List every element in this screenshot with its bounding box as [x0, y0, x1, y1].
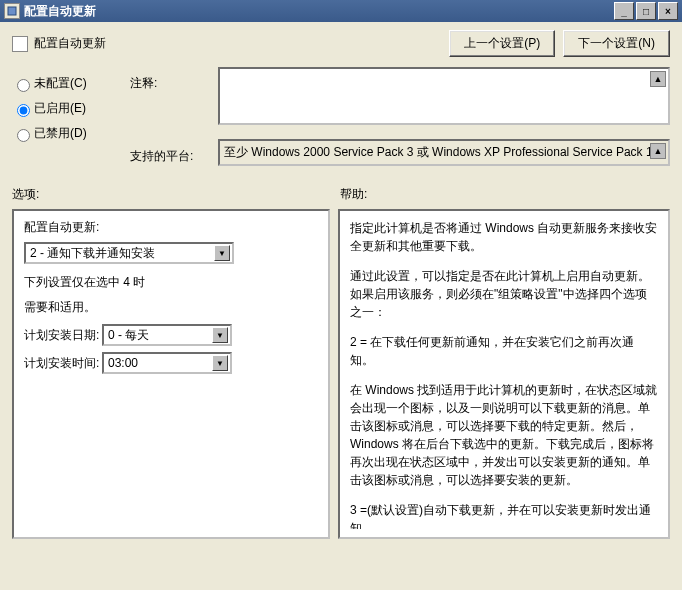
prev-setting-button[interactable]: 上一个设置(P) — [449, 30, 555, 57]
scroll-up-icon[interactable]: ▲ — [650, 143, 666, 159]
install-day-combo[interactable]: 0 - 每天 ▼ — [102, 324, 232, 346]
window-controls: _ □ × — [612, 2, 678, 20]
help-text: 2 = 在下载任何更新前通知，并在安装它们之前再次通知。 — [350, 333, 658, 369]
window-title: 配置自动更新 — [24, 3, 96, 20]
radio-not-configured[interactable] — [17, 79, 30, 92]
options-label: 选项: — [12, 186, 340, 203]
supported-platform-box: 至少 Windows 2000 Service Pack 3 或 Windows… — [218, 139, 670, 166]
help-label: 帮助: — [340, 186, 367, 203]
page-heading: 配置自动更新 — [12, 35, 441, 52]
platform-label: 支持的平台: — [130, 148, 210, 165]
scroll-up-icon[interactable]: ▲ — [650, 71, 666, 87]
install-time-value: 03:00 — [108, 356, 138, 370]
titlebar: 配置自动更新 _ □ × — [0, 0, 682, 22]
radio-enabled[interactable] — [17, 104, 30, 117]
options-title: 配置自动更新: — [24, 219, 318, 236]
supported-platform-text: 至少 Windows 2000 Service Pack 3 或 Windows… — [224, 145, 653, 159]
svg-rect-0 — [8, 7, 16, 15]
comment-textarea[interactable]: ▲ — [218, 67, 670, 125]
comment-label: 注释: — [130, 75, 210, 92]
app-icon — [4, 3, 20, 19]
help-text: 通过此设置，可以指定是否在此计算机上启用自动更新。如果启用该服务，则必须在"组策… — [350, 267, 658, 321]
options-note1: 下列设置仅在选中 4 时 — [24, 274, 318, 291]
options-note2: 需要和适用。 — [24, 299, 318, 316]
install-day-label: 计划安装日期: — [24, 327, 102, 344]
help-text: 在 Windows 找到适用于此计算机的更新时，在状态区域就会出现一个图标，以及… — [350, 381, 658, 489]
policy-icon — [12, 36, 28, 52]
radio-enabled-label: 已启用(E) — [34, 100, 86, 117]
minimize-button[interactable]: _ — [614, 2, 634, 20]
close-button[interactable]: × — [658, 2, 678, 20]
chevron-down-icon: ▼ — [212, 327, 228, 343]
radio-not-configured-label: 未配置(C) — [34, 75, 87, 92]
radio-disabled-label: 已禁用(D) — [34, 125, 87, 142]
help-text: 指定此计算机是否将通过 Windows 自动更新服务来接收安全更新和其他重要下载… — [350, 219, 658, 255]
update-mode-value: 2 - 通知下载并通知安装 — [30, 245, 155, 262]
install-time-combo[interactable]: 03:00 ▼ — [102, 352, 232, 374]
help-text: 3 =(默认设置)自动下载更新，并在可以安装更新时发出通知 — [350, 501, 658, 529]
radio-disabled[interactable] — [17, 129, 30, 142]
install-time-label: 计划安装时间: — [24, 355, 102, 372]
chevron-down-icon: ▼ — [212, 355, 228, 371]
chevron-down-icon: ▼ — [214, 245, 230, 261]
options-panel: 配置自动更新: 2 - 通知下载并通知安装 ▼ 下列设置仅在选中 4 时 需要和… — [12, 209, 330, 539]
install-day-value: 0 - 每天 — [108, 327, 149, 344]
update-mode-combo[interactable]: 2 - 通知下载并通知安装 ▼ — [24, 242, 234, 264]
help-panel: 指定此计算机是否将通过 Windows 自动更新服务来接收安全更新和其他重要下载… — [338, 209, 670, 539]
page-title: 配置自动更新 — [34, 35, 106, 52]
maximize-button[interactable]: □ — [636, 2, 656, 20]
next-setting-button[interactable]: 下一个设置(N) — [563, 30, 670, 57]
